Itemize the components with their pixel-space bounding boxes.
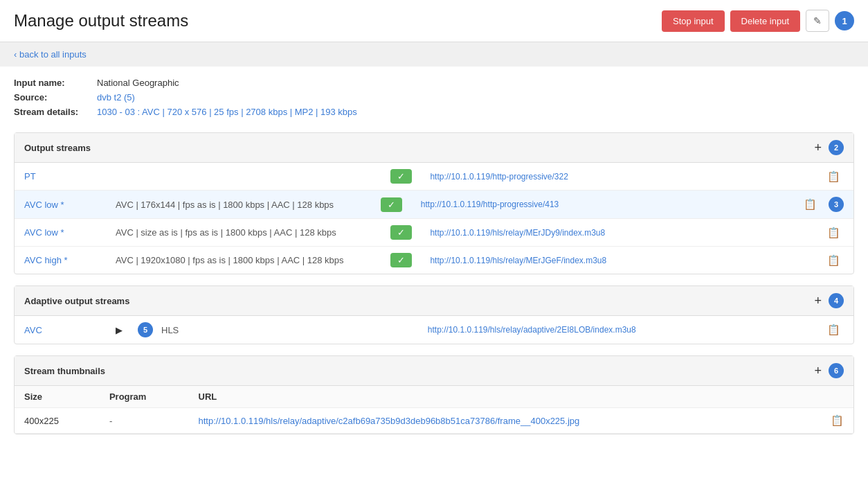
- col-size-header: Size: [15, 386, 100, 408]
- copy-button[interactable]: 📋: [804, 198, 817, 211]
- stream-url: http://10.1.0.119/hls/relay/MErJGeF/inde…: [430, 256, 815, 265]
- adaptive-streams-badge: 4: [829, 293, 844, 308]
- input-name-label: Input name:: [14, 78, 97, 88]
- adaptive-row-badge: 5: [138, 322, 153, 337]
- thumbnails-section: Stream thumbnails + 6 Size Program URL 4…: [14, 355, 854, 434]
- stream-url: http://10.1.0.119/http-progressive/322: [430, 172, 815, 182]
- stream-details: AVC | 1920x1080 | fps as is | 1800 kbps …: [116, 255, 372, 265]
- status-badge: ✓: [390, 169, 412, 184]
- source-row: Source: dvb t2 (5): [14, 92, 854, 103]
- stream-status: ✓: [371, 197, 413, 212]
- status-badge: ✓: [390, 253, 412, 267]
- stream-status: ✓: [380, 169, 422, 184]
- adaptive-streams-add-area: + 4: [811, 293, 844, 308]
- thumbnails-title: Stream thumbnails: [24, 366, 105, 376]
- output-stream-row: AVC high * AVC | 1920x1080 | fps as is |…: [15, 247, 853, 274]
- copy-action: 📋: [799, 198, 820, 211]
- stream-details-row: Stream details: 1030 - 03 : AVC | 720 x …: [14, 107, 854, 117]
- thumbnails-table: Size Program URL 400x225 - http://10.1.0…: [15, 386, 853, 434]
- header-actions: Stop input Delete input ✎ 1: [662, 10, 854, 32]
- thumb-program: -: [100, 408, 189, 434]
- adaptive-stream-row: AVC ▶ 5 HLS http://10.1.0.119/hls/relay/…: [15, 316, 853, 344]
- thumb-size: 400x225: [15, 408, 100, 434]
- output-streams-section: Output streams + 2 PT ✓ http://10.1.0.11…: [14, 132, 854, 274]
- col-action-header: [821, 386, 853, 408]
- stream-name[interactable]: PT: [24, 171, 107, 182]
- thumbnails-header: Stream thumbnails + 6: [15, 356, 853, 386]
- thumbnails-add-area: + 6: [811, 363, 844, 378]
- cursor-area: ▶: [116, 325, 129, 335]
- page-title: Manage output streams: [14, 11, 188, 30]
- output-streams-add-area: + 2: [811, 140, 844, 155]
- copy-action: 📋: [823, 254, 844, 267]
- thumb-copy-action: 📋: [821, 408, 853, 434]
- add-thumbnail-button[interactable]: +: [811, 364, 824, 377]
- header: Manage output streams Stop input Delete …: [0, 0, 868, 42]
- adaptive-streams-title: Adaptive output streams: [24, 296, 129, 306]
- stream-status: ✓: [380, 225, 422, 240]
- user-badge: 1: [835, 11, 854, 30]
- back-link[interactable]: back to all inputs: [14, 49, 87, 60]
- status-badge: ✓: [381, 197, 402, 212]
- thumb-url: http://10.1.0.119/hls/relay/adaptive/c2a…: [189, 408, 822, 434]
- add-adaptive-stream-button[interactable]: +: [811, 294, 824, 307]
- col-program-header: Program: [100, 386, 189, 408]
- input-name-value: National Geographic: [97, 78, 179, 88]
- copy-button[interactable]: 📋: [827, 170, 840, 183]
- output-streams-badge: 2: [829, 140, 844, 155]
- stop-input-button[interactable]: Stop input: [662, 10, 725, 32]
- stream-details: AVC | 176x144 | fps as is | 1800 kbps | …: [116, 200, 363, 210]
- output-streams-header: Output streams + 2: [15, 133, 853, 163]
- input-info: Input name: National Geographic Source: …: [0, 78, 868, 132]
- input-name-row: Input name: National Geographic: [14, 78, 854, 88]
- copy-button[interactable]: 📋: [827, 324, 840, 336]
- stream-details-label: Stream details:: [14, 107, 97, 117]
- source-label: Source:: [14, 92, 97, 103]
- thumbnails-badge: 6: [829, 363, 844, 378]
- adaptive-stream-type: HLS: [161, 325, 419, 335]
- stream-url: http://10.1.0.119/hls/relay/MErJDy9/inde…: [430, 228, 815, 238]
- copy-button[interactable]: 📋: [827, 254, 840, 267]
- stream-name[interactable]: AVC low *: [24, 227, 107, 238]
- stream-row-badge: 3: [829, 197, 844, 212]
- edit-button[interactable]: ✎: [806, 10, 829, 32]
- copy-action: 📋: [823, 227, 844, 239]
- copy-action: 📋: [823, 324, 844, 336]
- source-value: dvb t2 (5): [97, 92, 135, 103]
- stream-name[interactable]: AVC low *: [24, 200, 107, 210]
- adaptive-streams-section: Adaptive output streams + 4 AVC ▶ 5 HLS …: [14, 285, 854, 344]
- add-output-stream-button[interactable]: +: [811, 141, 824, 154]
- adaptive-streams-header: Adaptive output streams + 4: [15, 286, 853, 316]
- copy-button[interactable]: 📋: [831, 414, 844, 427]
- stream-status: ✓: [380, 253, 422, 267]
- adaptive-stream-url: http://10.1.0.119/hls/relay/adaptive/2EI…: [428, 325, 815, 335]
- output-stream-row: PT ✓ http://10.1.0.119/http-progressive/…: [15, 163, 853, 191]
- edit-icon: ✎: [813, 15, 822, 26]
- output-stream-row: AVC low * AVC | 176x144 | fps as is | 18…: [15, 191, 853, 219]
- output-streams-title: Output streams: [24, 143, 91, 153]
- col-url-header: URL: [189, 386, 822, 408]
- stream-details-value: 1030 - 03 : AVC | 720 x 576 | 25 fps | 2…: [97, 107, 357, 117]
- status-badge: ✓: [390, 225, 412, 240]
- adaptive-stream-name[interactable]: AVC: [24, 325, 107, 335]
- stream-details: AVC | size as is | fps as is | 1800 kbps…: [116, 227, 372, 238]
- thumbnail-row: 400x225 - http://10.1.0.119/hls/relay/ad…: [15, 408, 853, 434]
- copy-button[interactable]: 📋: [827, 227, 840, 239]
- output-stream-row: AVC low * AVC | size as is | fps as is |…: [15, 219, 853, 247]
- stream-name[interactable]: AVC high *: [24, 255, 107, 265]
- back-bar: back to all inputs: [0, 42, 868, 67]
- stream-url: http://10.1.0.119/http-progressive/413: [421, 200, 791, 209]
- copy-action: 📋: [823, 170, 844, 183]
- delete-input-button[interactable]: Delete input: [730, 10, 800, 32]
